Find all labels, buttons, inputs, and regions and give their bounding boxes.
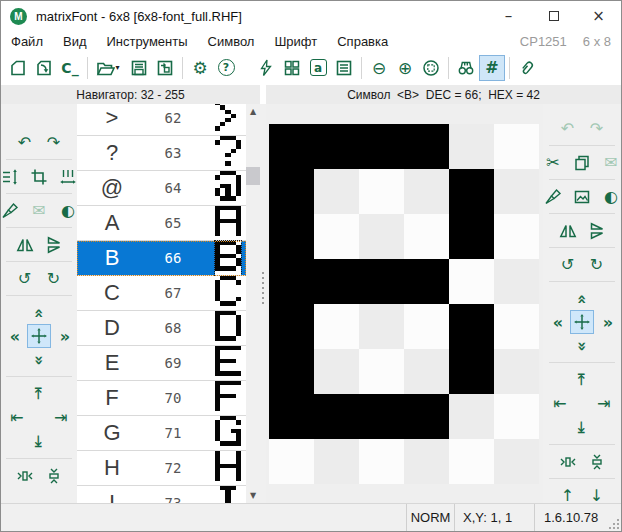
pixel-cell[interactable] xyxy=(449,304,494,349)
pixel-cell[interactable] xyxy=(269,214,314,259)
pixel-cell[interactable] xyxy=(404,124,449,169)
help-button[interactable]: ? xyxy=(213,55,239,81)
snap-bottom-button[interactable]: ⇥ xyxy=(28,431,50,452)
menu-item[interactable]: Вид xyxy=(53,32,97,51)
menu-item[interactable]: Файл xyxy=(1,32,53,51)
toggle-grid-button[interactable]: # xyxy=(479,55,505,81)
list-item[interactable]: C67 xyxy=(77,276,246,311)
pixel-cell[interactable] xyxy=(314,349,359,394)
pixel-cell[interactable] xyxy=(404,394,449,439)
pixel-cell[interactable] xyxy=(404,349,449,394)
rotate-left-button[interactable]: ↺ xyxy=(14,268,36,289)
snap-right-button[interactable]: ⇥ xyxy=(50,407,72,428)
pixel-cell[interactable] xyxy=(269,124,314,169)
invert-button[interactable]: ◐ xyxy=(600,186,622,207)
list-item[interactable]: F70 xyxy=(77,381,246,416)
pixel-cell[interactable] xyxy=(359,304,404,349)
list-item[interactable]: >62 xyxy=(77,104,246,136)
center-horizontal-button[interactable] xyxy=(557,451,579,472)
list-item[interactable]: H72 xyxy=(77,451,246,486)
shift-left-button[interactable]: « xyxy=(3,326,25,347)
list-item[interactable]: I73 xyxy=(77,486,246,503)
menu-item[interactable]: Справка xyxy=(327,32,398,51)
navigator-scrollbar[interactable]: ▲ ▼ xyxy=(246,104,260,503)
center-horizontal-button[interactable] xyxy=(14,465,36,486)
pixel-cell[interactable] xyxy=(449,394,494,439)
list-item[interactable]: D68 xyxy=(77,311,246,346)
shift-up-button[interactable]: « xyxy=(28,302,50,323)
pixel-cell[interactable] xyxy=(494,259,539,304)
flip-horizontal-button[interactable] xyxy=(14,234,36,255)
pixel-cell[interactable] xyxy=(314,169,359,214)
resize-grip[interactable] xyxy=(607,517,620,530)
snap-bottom-button[interactable]: ⇥ xyxy=(571,417,593,438)
pixel-cell[interactable] xyxy=(404,304,449,349)
center-vertical-button[interactable] xyxy=(586,451,608,472)
menu-item[interactable]: Символ xyxy=(198,32,265,51)
zoom-in-button[interactable]: ⊕ xyxy=(392,55,418,81)
pixel-cell[interactable] xyxy=(494,169,539,214)
new-blank-font-button[interactable]: C_ xyxy=(57,55,83,81)
pixel-cell[interactable] xyxy=(314,304,359,349)
pixel-cell[interactable] xyxy=(269,259,314,304)
zoom-out-button[interactable]: ⊖ xyxy=(366,55,392,81)
maximize-button[interactable] xyxy=(531,1,576,31)
settings-button[interactable]: ⚙ xyxy=(187,55,213,81)
pixel-cell[interactable] xyxy=(314,124,359,169)
list-item[interactable]: B66 xyxy=(77,241,246,276)
pixel-cell[interactable] xyxy=(359,439,404,484)
pixel-cell[interactable] xyxy=(359,349,404,394)
scroll-track[interactable] xyxy=(246,119,260,488)
pixel-cell[interactable] xyxy=(314,259,359,304)
flip-horizontal-button[interactable] xyxy=(557,220,579,241)
pixel-cell[interactable] xyxy=(449,439,494,484)
list-item[interactable]: E69 xyxy=(77,346,246,381)
scroll-thumb[interactable] xyxy=(246,167,260,185)
import-font-button[interactable] xyxy=(31,55,57,81)
open-font-button[interactable]: ▾ xyxy=(92,55,126,81)
redo-button[interactable]: ↷ xyxy=(586,118,608,139)
rotate-left-button[interactable]: ↺ xyxy=(557,254,579,275)
list-item[interactable]: G71 xyxy=(77,416,246,451)
crop-button[interactable] xyxy=(28,166,50,187)
invert-button[interactable]: ◐ xyxy=(57,200,79,221)
preview-char-button[interactable]: a xyxy=(305,55,331,81)
list-item[interactable]: A65 xyxy=(77,206,246,241)
shift-right-button[interactable]: » xyxy=(596,312,618,333)
shift-down-button[interactable]: » xyxy=(28,349,50,370)
pixel-cell[interactable] xyxy=(314,394,359,439)
pixel-cell[interactable] xyxy=(359,124,404,169)
close-button[interactable]: × xyxy=(576,1,621,31)
pixel-cell[interactable] xyxy=(494,439,539,484)
pixel-cell[interactable] xyxy=(494,304,539,349)
save-font-button[interactable] xyxy=(126,55,152,81)
move-mode-button[interactable] xyxy=(570,310,594,334)
list-item[interactable]: ?63 xyxy=(77,136,246,171)
pixel-cell[interactable] xyxy=(404,439,449,484)
paste-button[interactable]: ✉ xyxy=(28,200,50,221)
panel-splitter[interactable] xyxy=(260,104,266,503)
pixel-cell[interactable] xyxy=(359,259,404,304)
flip-vertical-button[interactable] xyxy=(43,234,65,255)
redo-button[interactable]: ↷ xyxy=(43,132,65,153)
pixel-cell[interactable] xyxy=(404,214,449,259)
move-mode-button[interactable] xyxy=(27,324,51,348)
scroll-down-arrow[interactable]: ▼ xyxy=(246,488,260,503)
pixel-cell[interactable] xyxy=(449,259,494,304)
pixel-cell[interactable] xyxy=(449,169,494,214)
zoom-fit-button[interactable] xyxy=(418,55,444,81)
pixel-cell[interactable] xyxy=(359,169,404,214)
pixel-cell[interactable] xyxy=(404,169,449,214)
fill-brush-button[interactable] xyxy=(0,200,21,221)
scroll-up-arrow[interactable]: ▲ xyxy=(246,104,260,119)
pixel-cell[interactable] xyxy=(449,214,494,259)
paste-button[interactable]: ✉ xyxy=(600,152,622,173)
rotate-right-button[interactable]: ↻ xyxy=(586,254,608,275)
pixel-cell[interactable] xyxy=(494,124,539,169)
undo-button[interactable]: ↶ xyxy=(557,118,579,139)
col-width-button[interactable] xyxy=(57,166,79,187)
pixel-cell[interactable] xyxy=(269,304,314,349)
charmap-button[interactable] xyxy=(279,55,305,81)
pixel-cell[interactable] xyxy=(359,394,404,439)
pixel-cell[interactable] xyxy=(404,259,449,304)
